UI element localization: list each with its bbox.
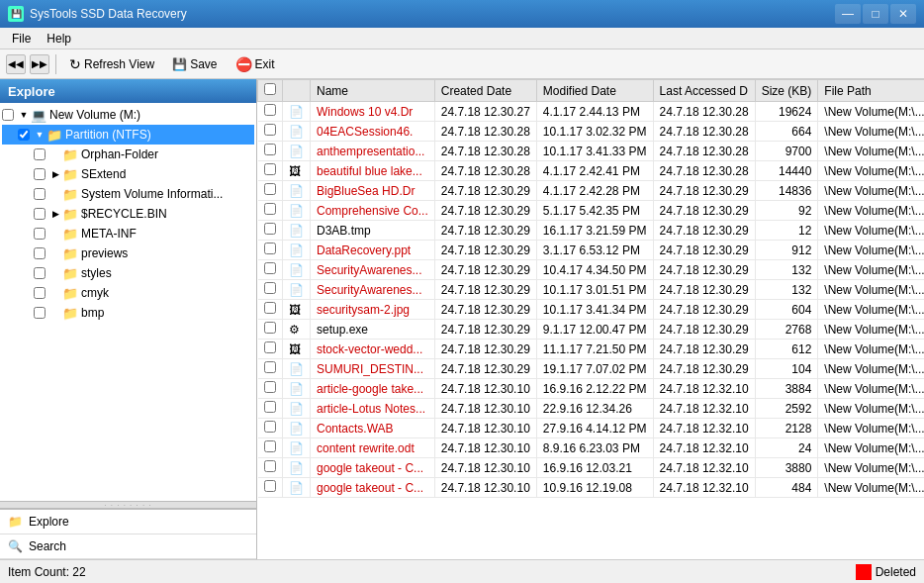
close-button[interactable]: ✕ (890, 4, 916, 24)
row-name-cell[interactable]: google takeout - C... (311, 478, 435, 498)
tree-checkbox[interactable] (34, 287, 46, 299)
row-name-cell[interactable]: DataRecovery.ppt (311, 241, 435, 260)
tree-item[interactable]: 📁 previews (2, 243, 254, 263)
row-checkbox-cell[interactable] (258, 340, 283, 359)
row-name-cell[interactable]: article-Lotus Notes... (311, 399, 435, 419)
col-checkbox[interactable] (258, 80, 283, 102)
row-name-cell[interactable]: stock-vector-wedd... (311, 340, 435, 359)
row-name-cell[interactable]: Windows 10 v4.Dr (311, 102, 435, 122)
col-created[interactable]: Created Date (434, 80, 536, 102)
row-name-cell[interactable]: BigBlueSea HD.Dr (311, 181, 435, 201)
row-checkbox-cell[interactable] (258, 122, 283, 142)
table-row[interactable]: 📄 google takeout - C... 24.7.18 12.30.10… (258, 458, 925, 478)
search-panel[interactable]: 🔍 Search (0, 534, 256, 559)
tree-checkbox[interactable] (34, 228, 46, 240)
menu-file[interactable]: File (4, 30, 39, 48)
table-row[interactable]: 📄 Contacts.WAB 24.7.18 12.30.10 27.9.16 … (258, 419, 925, 438)
table-row[interactable]: 📄 SecurityAwarenes... 24.7.18 12.30.29 1… (258, 260, 925, 280)
table-row[interactable]: 📄 DataRecovery.ppt 24.7.18 12.30.29 3.1.… (258, 241, 925, 260)
tree-item[interactable]: 📁 cmyk (2, 283, 254, 303)
tree-item[interactable]: ▶ 📁 $RECYCLE.BIN (2, 204, 254, 224)
row-checkbox-cell[interactable] (258, 438, 283, 458)
nav-prev-button[interactable]: ◀◀ (6, 54, 26, 74)
row-checkbox-cell[interactable] (258, 181, 283, 201)
col-modified[interactable]: Modified Date (536, 80, 653, 102)
tree-item[interactable]: 📁 styles (2, 263, 254, 283)
tree-expand[interactable]: ▶ (48, 207, 62, 221)
nav-next-button[interactable]: ▶▶ (30, 54, 49, 74)
row-name-cell[interactable]: setup.exe (311, 320, 435, 340)
col-path[interactable]: File Path (818, 80, 924, 102)
table-row[interactable]: 📄 article-Lotus Notes... 24.7.18 12.30.1… (258, 399, 925, 419)
row-checkbox-cell[interactable] (258, 399, 283, 419)
tree-expand[interactable]: ▼ (17, 108, 31, 122)
tree-item[interactable]: 📁 META-INF (2, 224, 254, 243)
row-checkbox-cell[interactable] (258, 161, 283, 181)
tree-expand[interactable] (48, 266, 62, 280)
table-row[interactable]: 📄 content rewrite.odt 24.7.18 12.30.10 8… (258, 438, 925, 458)
table-row[interactable]: 📄 04EACSession46. 24.7.18 12.30.28 10.1.… (258, 122, 925, 142)
col-name[interactable]: Name (311, 80, 435, 102)
table-row[interactable]: 📄 SecurityAwarenes... 24.7.18 12.30.29 1… (258, 280, 925, 300)
tree-checkbox[interactable] (34, 188, 46, 200)
row-checkbox-cell[interactable] (258, 201, 283, 221)
tree-expand[interactable] (48, 227, 62, 241)
table-row[interactable]: 🖼 stock-vector-wedd... 24.7.18 12.30.29 … (258, 340, 925, 359)
row-checkbox-cell[interactable] (258, 419, 283, 438)
save-button[interactable]: 💾 Save (165, 54, 224, 74)
row-checkbox-cell[interactable] (258, 478, 283, 498)
row-name-cell[interactable]: article-google take... (311, 379, 435, 399)
row-checkbox-cell[interactable] (258, 359, 283, 379)
row-name-cell[interactable]: securitysam-2.jpg (311, 300, 435, 320)
tree-expand[interactable] (48, 187, 62, 201)
tree-item[interactable]: ▼ 📁 Partition (NTFS) (2, 125, 254, 145)
refresh-button[interactable]: ↻ Refresh View (62, 53, 161, 75)
explore-panel[interactable]: 📁 Explore (0, 510, 256, 534)
row-name-cell[interactable]: SUMURI_DESTIN... (311, 359, 435, 379)
row-checkbox-cell[interactable] (258, 320, 283, 340)
col-size[interactable]: Size (KB) (755, 80, 818, 102)
table-row[interactable]: 📄 BigBlueSea HD.Dr 24.7.18 12.30.29 4.1.… (258, 181, 925, 201)
row-checkbox-cell[interactable] (258, 458, 283, 478)
tree-checkbox[interactable] (34, 208, 46, 220)
tree-item[interactable]: 📁 Orphan-Folder (2, 145, 254, 164)
tree-checkbox[interactable] (34, 307, 46, 319)
table-row[interactable]: 📄 Windows 10 v4.Dr 24.7.18 12.30.27 4.1.… (258, 102, 925, 122)
tree-item[interactable]: ▼ 💻 New Volume (M:) (2, 105, 254, 125)
tree-checkbox[interactable] (34, 267, 46, 279)
tree-checkbox[interactable] (2, 109, 14, 121)
tree-checkbox[interactable] (34, 168, 46, 180)
menu-help[interactable]: Help (39, 30, 79, 48)
tree-expand[interactable]: ▼ (33, 128, 46, 142)
row-checkbox-cell[interactable] (258, 241, 283, 260)
table-row[interactable]: ⚙ setup.exe 24.7.18 12.30.29 9.1.17 12.0… (258, 320, 925, 340)
table-row[interactable]: 📄 google takeout - C... 24.7.18 12.30.10… (258, 478, 925, 498)
table-row[interactable]: 📄 SUMURI_DESTIN... 24.7.18 12.30.29 19.1… (258, 359, 925, 379)
tree-area[interactable]: ▼ 💻 New Volume (M:) ▼ 📁 Partition (NTFS)… (0, 103, 256, 501)
row-name-cell[interactable]: anthempresentatio... (311, 142, 435, 161)
tree-checkbox[interactable] (34, 148, 46, 160)
row-name-cell[interactable]: Comprehensive Co... (311, 201, 435, 221)
tree-checkbox[interactable] (18, 129, 30, 141)
row-checkbox-cell[interactable] (258, 379, 283, 399)
tree-checkbox[interactable] (34, 247, 46, 259)
tree-item[interactable]: 📁 bmp (2, 303, 254, 323)
col-accessed[interactable]: Last Accessed D (653, 80, 755, 102)
row-checkbox-cell[interactable] (258, 102, 283, 122)
row-checkbox-cell[interactable] (258, 280, 283, 300)
row-name-cell[interactable]: google takeout - C... (311, 458, 435, 478)
table-row[interactable]: 📄 D3AB.tmp 24.7.18 12.30.29 16.1.17 3.21… (258, 221, 925, 241)
tree-item[interactable]: 📁 System Volume Informati... (2, 184, 254, 204)
table-row[interactable]: 📄 anthempresentatio... 24.7.18 12.30.28 … (258, 142, 925, 161)
tree-expand[interactable] (48, 147, 62, 161)
tree-expand[interactable] (48, 286, 62, 300)
row-name-cell[interactable]: SecurityAwarenes... (311, 260, 435, 280)
table-scroll[interactable]: Name Created Date Modified Date Last Acc… (257, 79, 924, 559)
row-checkbox-cell[interactable] (258, 142, 283, 161)
row-name-cell[interactable]: content rewrite.odt (311, 438, 435, 458)
table-row[interactable]: 📄 Comprehensive Co... 24.7.18 12.30.29 5… (258, 201, 925, 221)
tree-expand[interactable] (48, 246, 62, 260)
row-name-cell[interactable]: SecurityAwarenes... (311, 280, 435, 300)
exit-button[interactable]: ⛔ Exit (229, 53, 282, 75)
table-row[interactable]: 🖼 beautiful blue lake... 24.7.18 12.30.2… (258, 161, 925, 181)
